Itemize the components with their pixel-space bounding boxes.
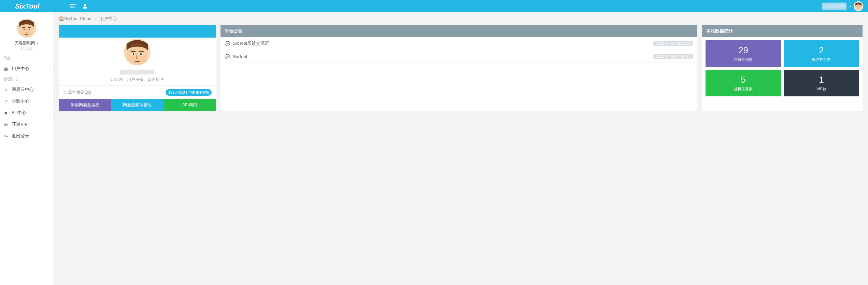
announce-text: SixTool反馈交流群 [233, 40, 269, 46]
bag-icon: 🛍 [3, 122, 8, 127]
nav-bili[interactable]: ■ Bili中心 › [0, 107, 53, 119]
stat-label: VIP数 [786, 86, 857, 92]
nav-label: 用户中心 [12, 66, 29, 72]
nav-label: 步数中心 [12, 98, 29, 104]
video-icon: ■ [3, 110, 8, 116]
topbar: SixTool 刀客源码网 ▾ [0, 0, 868, 12]
stat-value: 5 [708, 74, 779, 85]
qq-bind-badge[interactable]: 19954618 | 与未来有约§ [166, 89, 212, 96]
profile-card-header [59, 25, 216, 38]
stat-accounts: 2 账户挂机数 [784, 40, 859, 67]
stat-label: 挂机任务数 [708, 86, 779, 92]
svg-rect-5 [70, 4, 75, 5]
qq-bind-row: ✲ 您的绑定QQ 19954618 | 与未来有约§ [59, 85, 216, 99]
breadcrumb-current: 用户中心 [99, 16, 117, 21]
stat-value: 29 [708, 45, 779, 56]
stat-tasks: 5 挂机任务数 [706, 70, 781, 96]
announcements-panel: 平台公告 💬 SixTool反馈交流群 2022-04-19 18:21:02 … [220, 25, 697, 111]
profile-actions: 添加网易云挂机 网易云账号管理 API调用 [59, 99, 216, 111]
manage-netease-button[interactable]: 网易云账号管理 [111, 99, 163, 111]
stats-title: 本站数据统计 [702, 25, 863, 37]
sidebar: 刀客源码网 ▾ UID:29 导航 ▦ 用户中心 › 管理中心 ♫ 网易云中心 … [0, 12, 53, 285]
stat-members: 29 注册会员数 [706, 40, 781, 67]
nav-logout[interactable]: ↪ 退出登录 [0, 130, 53, 142]
comment-icon: 💬 [225, 54, 230, 59]
announce-item[interactable]: 💬 SixTool 2022-04-19 17:50:23 [220, 50, 697, 63]
logout-icon: ↪ [3, 134, 8, 139]
stat-vip: 1 VIP数 [784, 70, 859, 96]
nav-label: 退出登录 [12, 133, 29, 139]
gear-icon: ✲ [63, 90, 66, 95]
chevron-right-icon: › [49, 99, 50, 103]
svg-rect-6 [70, 6, 73, 6]
profile-meta: UID:29 用户身份：普通用户 [63, 77, 212, 83]
nav-section-manage: 管理中心 [0, 74, 53, 84]
breadcrumb: 🏠SixTool-Cloud / 用户中心 [53, 12, 868, 25]
sidebar-profile: 刀客源码网 ▾ UID:29 [0, 12, 53, 54]
stats-panel: 本站数据统计 29 注册会员数 2 账户挂机数 5 挂机任务数 [702, 25, 863, 111]
profile-role-value: 普通用户 [147, 77, 164, 82]
breadcrumb-root[interactable]: SixTool-Cloud [64, 16, 91, 21]
stat-label: 注册会员数 [708, 57, 779, 62]
chevron-right-icon: › [49, 67, 50, 71]
share-icon: ↗ [3, 99, 8, 104]
svg-point-8 [84, 4, 86, 6]
add-netease-button[interactable]: 添加网易云挂机 [59, 99, 111, 111]
sidebar-profile-name-toggle[interactable]: 刀客源码网 ▾ [2, 40, 51, 46]
menu-toggle-icon[interactable] [70, 3, 75, 9]
profile-card: UID:29 用户身份：普通用户 ✲ 您的绑定QQ 19954618 | 与未来… [59, 25, 216, 111]
topbar-username: 刀客源码网 [822, 3, 846, 10]
sidebar-profile-uid: UID:29 [2, 46, 51, 50]
nav-steps[interactable]: ↗ 步数中心 › [0, 95, 53, 107]
qq-bind-label: 您的绑定QQ [68, 90, 91, 95]
chevron-right-icon: › [49, 111, 50, 115]
profile-uid: UID:29 [111, 77, 123, 82]
sidebar-profile-name: 刀客源码网 [15, 41, 35, 45]
content: 🏠SixTool-Cloud / 用户中心 UID:29 用户身份：普通用户 [53, 12, 868, 285]
nav-vip[interactable]: 🛍 开通VIP [0, 119, 53, 130]
topbar-avatar[interactable] [854, 1, 863, 11]
nav-user-center[interactable]: ▦ 用户中心 › [0, 63, 53, 74]
announce-title: 平台公告 [220, 25, 697, 37]
announce-date: 2022-04-19 17:50:23 [653, 54, 693, 59]
chevron-right-icon: › [49, 88, 50, 92]
user-icon[interactable] [82, 3, 88, 9]
nav-section-nav: 导航 [0, 54, 53, 63]
nav-netease[interactable]: ♫ 网易云中心 › [0, 84, 53, 95]
comment-icon: 💬 [225, 41, 230, 46]
nav-label: 开通VIP [12, 121, 28, 127]
api-call-button[interactable]: API调用 [163, 99, 216, 111]
svg-rect-7 [70, 8, 75, 8]
nav-label: 网易云中心 [12, 86, 34, 93]
announce-text: SixTool [233, 54, 247, 59]
profile-username-blurred [120, 70, 154, 74]
nav-label: Bili中心 [12, 110, 26, 116]
topbar-icons [70, 3, 88, 9]
stat-value: 1 [786, 74, 857, 85]
profile-role-label: 用户身份： [127, 77, 147, 82]
announce-item[interactable]: 💬 SixTool反馈交流群 2022-04-19 18:21:02 [220, 37, 697, 50]
stat-value: 2 [786, 45, 857, 56]
caret-down-icon: ▾ [849, 4, 851, 8]
profile-avatar [123, 38, 152, 66]
grid-icon: ▦ [3, 66, 8, 71]
caret-down-icon: ▾ [37, 41, 39, 45]
announce-date: 2022-04-19 18:21:02 [653, 41, 693, 46]
stat-label: 账户挂机数 [786, 57, 857, 62]
topbar-user-area[interactable]: 刀客源码网 ▾ [822, 1, 863, 11]
brand[interactable]: SixTool [15, 2, 39, 10]
home-icon: 🏠 [59, 16, 64, 21]
music-icon: ♫ [3, 87, 8, 92]
sidebar-avatar[interactable] [17, 18, 36, 38]
